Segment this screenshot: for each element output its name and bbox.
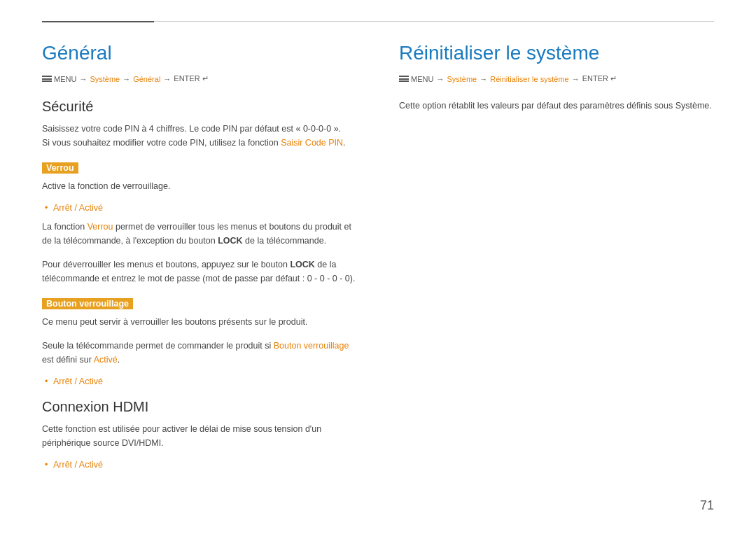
breadcrumb-item2: Général bbox=[133, 75, 160, 83]
right-title: Réinitialiser le système bbox=[399, 42, 714, 64]
page-container: Général MENU → Système → Général → ENTER… bbox=[0, 0, 756, 534]
right-menu-icon bbox=[399, 76, 409, 82]
verrou-bullet-list: Arrêt / Activé bbox=[42, 203, 357, 213]
left-column: Général MENU → Système → Général → ENTER… bbox=[42, 42, 357, 482]
breadcrumb-enter: ENTER ↵ bbox=[174, 74, 208, 83]
security-desc2-end: . bbox=[343, 138, 345, 148]
security-desc2-prefix: Si vous souhaitez modifier votre code PI… bbox=[42, 138, 281, 148]
connexion-bullet: Arrêt / Activé bbox=[53, 460, 357, 470]
verrou-info2-bold: LOCK bbox=[290, 260, 314, 269]
connexion-section: Connexion HDMI Cette fonction est utilis… bbox=[42, 399, 357, 470]
verrou-section: Verrou Active la fonction de verrouillag… bbox=[42, 162, 357, 286]
connexion-desc: Cette fonction est utilisée pour activer… bbox=[42, 422, 357, 450]
right-breadcrumb-item2: Réinitialiser le système bbox=[490, 75, 568, 83]
right-breadcrumb-arrow1: → bbox=[436, 75, 444, 83]
right-breadcrumb-arrow2: → bbox=[479, 75, 487, 83]
bouton-info1-end: . bbox=[118, 355, 120, 365]
right-column: Réinitialiser le système MENU → Système … bbox=[399, 42, 714, 482]
bouton-info1-link2[interactable]: Activé bbox=[94, 355, 118, 365]
breadcrumb-arrow1: → bbox=[79, 75, 87, 83]
bouton-info1-cont: est défini sur bbox=[42, 355, 94, 365]
bouton-bullet: Arrêt / Activé bbox=[53, 377, 357, 386]
security-desc1: Saisissez votre code PIN à 4 chiffres. L… bbox=[42, 124, 341, 134]
verrou-bullet: Arrêt / Activé bbox=[53, 203, 357, 213]
right-breadcrumb: MENU → Système → Réinitialiser le systèm… bbox=[399, 74, 714, 83]
connexion-title: Connexion HDMI bbox=[42, 399, 357, 415]
security-title: Sécurité bbox=[42, 99, 357, 115]
security-desc: Saisissez votre code PIN à 4 chiffres. L… bbox=[42, 122, 357, 150]
verrou-label: Verrou bbox=[42, 162, 78, 174]
verrou-info1-end: de la télécommande. bbox=[243, 236, 327, 246]
bouton-info1-link[interactable]: Bouton verrouillage bbox=[274, 341, 349, 351]
verrou-info1-prefix: La fonction bbox=[42, 222, 88, 232]
right-desc: Cette option rétablit les valeurs par dé… bbox=[399, 99, 714, 113]
verrou-info2-prefix: Pour déverrouiller les menus et boutons,… bbox=[42, 260, 290, 269]
right-breadcrumb-enter: ENTER ↵ bbox=[582, 74, 617, 83]
connexion-bullet-list: Arrêt / Activé bbox=[42, 460, 357, 470]
menu-icon bbox=[42, 76, 52, 82]
right-breadcrumb-menu: MENU bbox=[411, 75, 433, 83]
verrou-info1: La fonction Verrou permet de verrouiller… bbox=[42, 220, 357, 248]
bouton-info1-prefix: Seule la télécommande permet de commande… bbox=[42, 341, 274, 351]
content-columns: Général MENU → Système → Général → ENTER… bbox=[42, 42, 714, 482]
breadcrumb-menu: MENU bbox=[54, 75, 76, 83]
breadcrumb-item1: Système bbox=[90, 75, 120, 83]
verrou-info1-bold: LOCK bbox=[218, 236, 242, 246]
verrou-desc: Active la fonction de verrouillage. bbox=[42, 179, 357, 193]
left-breadcrumb: MENU → Système → Général → ENTER ↵ bbox=[42, 74, 357, 83]
bouton-info1: Seule la télécommande permet de commande… bbox=[42, 339, 357, 367]
page-number: 71 bbox=[700, 498, 714, 513]
right-breadcrumb-item1: Système bbox=[447, 75, 477, 83]
bouton-desc: Ce menu peut servir à verrouiller les bo… bbox=[42, 315, 357, 329]
security-pin-link[interactable]: Saisir Code PIN bbox=[281, 138, 343, 148]
bouton-label: Bouton verrouillage bbox=[42, 298, 133, 309]
right-breadcrumb-arrow3: → bbox=[572, 75, 580, 83]
bouton-section: Bouton verrouillage Ce menu peut servir … bbox=[42, 298, 357, 386]
verrou-info1-link[interactable]: Verrou bbox=[88, 222, 113, 232]
breadcrumb-arrow3: → bbox=[163, 75, 171, 83]
left-title: Général bbox=[42, 42, 357, 64]
verrou-info2: Pour déverrouiller les menus et boutons,… bbox=[42, 258, 357, 286]
breadcrumb-arrow2: → bbox=[122, 75, 130, 83]
top-divider-accent bbox=[42, 21, 154, 22]
bouton-bullet-list: Arrêt / Activé bbox=[42, 377, 357, 386]
